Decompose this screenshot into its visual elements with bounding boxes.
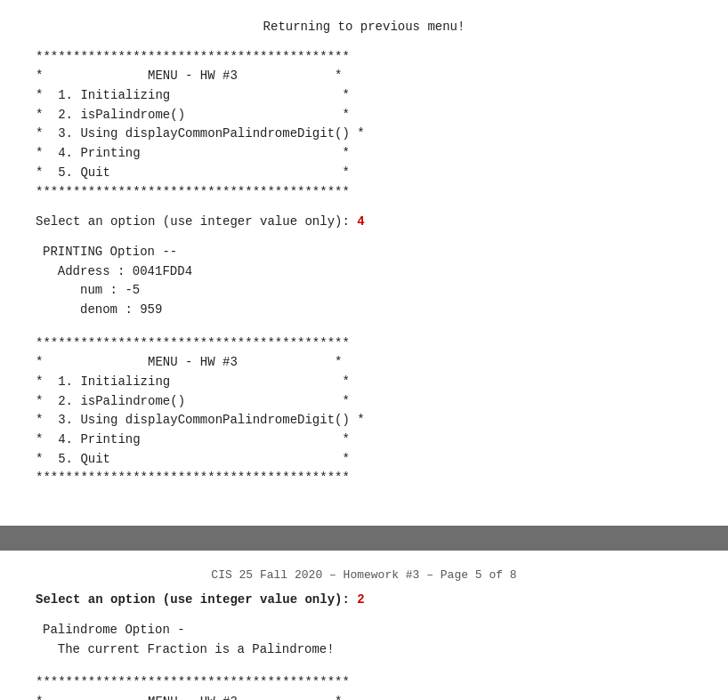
returning-text: Returning to previous menu! bbox=[263, 20, 465, 34]
palindrome-line-1: Palindrome Option - bbox=[43, 621, 692, 640]
menu-2-line-5: * 3. Using displayCommonPalindromeDigit(… bbox=[36, 411, 692, 430]
printing-line-4: denom : 959 bbox=[43, 301, 692, 320]
bottom-panel: CIS 25 Fall 2020 – Homework #3 – Page 5 … bbox=[0, 551, 728, 700]
menu-2-line-3: * 1. Initializing * bbox=[36, 373, 692, 392]
printing-line-1: PRINTING Option -- bbox=[43, 243, 692, 262]
menu-1-line-1: ****************************************… bbox=[36, 48, 692, 68]
select-option-1: Select an option (use integer value only… bbox=[36, 213, 692, 232]
palindrome-line-2: The current Fraction is a Palindrome! bbox=[43, 640, 692, 660]
menu-1-line-8: ****************************************… bbox=[36, 183, 692, 203]
top-panel: Returning to previous menu! ************… bbox=[0, 0, 728, 526]
menu-2-line-7: * 5. Quit * bbox=[36, 450, 692, 470]
menu-1-line-5: * 3. Using displayCommonPalindromeDigit(… bbox=[36, 125, 692, 144]
menu-block-1: ****************************************… bbox=[36, 48, 692, 203]
select-value-2: 2 bbox=[357, 592, 364, 607]
select-value-1: 4 bbox=[357, 214, 364, 229]
palindrome-block: Palindrome Option - The current Fraction… bbox=[43, 621, 692, 659]
select-label-2: Select an option (use integer value only… bbox=[36, 592, 357, 607]
menu-1-line-7: * 5. Quit * bbox=[36, 164, 692, 183]
select-label-1: Select an option (use integer value only… bbox=[36, 214, 357, 229]
printing-line-2: Address : 0041FDD4 bbox=[43, 262, 692, 282]
menu-2-line-6: * 4. Printing * bbox=[36, 430, 692, 450]
printing-block: PRINTING Option -- Address : 0041FDD4 nu… bbox=[43, 243, 692, 320]
page-label: CIS 25 Fall 2020 – Homework #3 – Page 5 … bbox=[36, 568, 692, 582]
printing-line-3: num : -5 bbox=[43, 281, 692, 301]
menu-2-line-8: ****************************************… bbox=[36, 469, 692, 488]
menu-1-line-6: * 4. Printing * bbox=[36, 144, 692, 164]
menu-3-line-2: * MENU - HW #3 * bbox=[36, 693, 692, 700]
select-option-2: Select an option (use integer value only… bbox=[36, 591, 692, 610]
menu-block-2: ****************************************… bbox=[36, 334, 692, 489]
divider bbox=[0, 526, 728, 551]
menu-1-line-4: * 2. isPalindrome() * bbox=[36, 106, 692, 125]
returning-message: Returning to previous menu! bbox=[36, 18, 692, 37]
menu-block-3: ****************************************… bbox=[36, 673, 692, 700]
menu-2-line-1: ****************************************… bbox=[36, 334, 692, 354]
menu-1-line-3: * 1. Initializing * bbox=[36, 86, 692, 106]
menu-2-line-2: * MENU - HW #3 * bbox=[36, 353, 692, 373]
menu-3-line-1: ****************************************… bbox=[36, 673, 692, 693]
menu-1-line-2: * MENU - HW #3 * bbox=[36, 67, 692, 86]
menu-2-line-4: * 2. isPalindrome() * bbox=[36, 392, 692, 412]
